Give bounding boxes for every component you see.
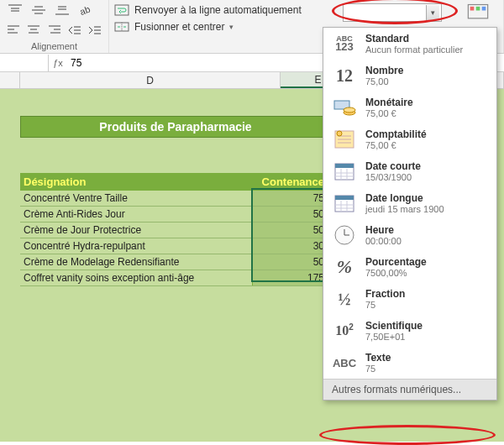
- alignment-group-label: Alignement: [5, 41, 103, 53]
- format-option-monétaire[interactable]: Monétaire75,00 €: [323, 92, 496, 123]
- decrease-indent-icon[interactable]: [66, 22, 83, 39]
- format-icon: [330, 127, 359, 152]
- format-icon: ABC123: [330, 31, 359, 56]
- svg-rect-47: [335, 196, 354, 200]
- align-left-icon[interactable]: [5, 22, 22, 39]
- cell-contenance[interactable]: 175: [252, 270, 331, 285]
- name-box[interactable]: [0, 55, 49, 71]
- format-title: Standard: [365, 33, 463, 44]
- svg-rect-29: [470, 7, 475, 11]
- cell-contenance[interactable]: 30: [252, 238, 331, 254]
- format-icon: %: [330, 254, 359, 280]
- conditional-format-icon[interactable]: [466, 3, 490, 24]
- format-icon: [330, 159, 359, 184]
- svg-rect-41: [335, 164, 354, 168]
- format-option-pourcentage[interactable]: %Pourcentage7500,00%: [323, 251, 496, 283]
- cell-designation[interactable]: Concentré Hydra-repulpant: [20, 238, 252, 254]
- table-header-row: Désignation Contenance: [20, 173, 331, 191]
- format-option-scientifique[interactable]: 102Scientifique7,50E+01: [323, 315, 496, 347]
- table-row[interactable]: Crème de Modelage Redensifiante50: [20, 254, 331, 270]
- format-icon: 12: [330, 63, 359, 88]
- table-row[interactable]: Concentré Ventre Taille75: [20, 191, 331, 207]
- format-sample: 75,00: [365, 76, 403, 86]
- product-table: Désignation Contenance Concentré Ventre …: [20, 173, 331, 286]
- format-sample: 75: [365, 300, 405, 310]
- svg-rect-31: [482, 7, 486, 11]
- cell-designation[interactable]: Crème Anti-Rides Jour: [20, 207, 252, 222]
- number-format-dropdown: ABC123StandardAucun format particulier12…: [323, 27, 497, 400]
- table-row[interactable]: Crème Anti-Rides Jour50: [20, 207, 331, 222]
- format-icon: [330, 222, 359, 248]
- formula-value[interactable]: 75: [67, 57, 81, 69]
- format-icon: [330, 95, 359, 120]
- format-option-date-courte[interactable]: Date courte15/03/1900: [323, 155, 496, 187]
- format-sample: 75,00 €: [365, 140, 427, 150]
- align-right-icon[interactable]: [45, 22, 62, 39]
- more-number-formats[interactable]: Autres formats numériques...: [323, 379, 496, 400]
- svg-rect-30: [476, 7, 480, 11]
- svg-point-39: [337, 131, 342, 136]
- table-row[interactable]: Crème de Jour Protectrice50: [20, 222, 331, 238]
- format-icon: [330, 191, 359, 216]
- format-option-texte[interactable]: ABCTexte75: [323, 347, 496, 379]
- format-sample: 15/03/1900: [365, 172, 421, 182]
- cell-designation[interactable]: Crème de Jour Protectrice: [20, 222, 252, 238]
- wrap-text-label: Renvoyer à la ligne automatiquement: [134, 4, 302, 16]
- align-center-icon[interactable]: [25, 22, 42, 39]
- format-icon: ABC: [330, 350, 359, 375]
- format-option-nombre[interactable]: 12Nombre75,00: [323, 60, 496, 92]
- format-option-standard[interactable]: ABC123StandardAucun format particulier: [323, 28, 496, 60]
- format-option-fraction[interactable]: ½Fraction75: [323, 283, 496, 315]
- format-title: Fraction: [365, 288, 405, 300]
- svg-rect-25: [115, 5, 129, 15]
- cell-contenance[interactable]: 50: [252, 254, 331, 270]
- format-sample: 75,00 €: [365, 108, 413, 118]
- fx-icon[interactable]: ƒx: [49, 58, 67, 68]
- increase-indent-icon[interactable]: [87, 22, 103, 39]
- number-format-selector[interactable]: ▾: [343, 3, 442, 22]
- cell-designation[interactable]: Concentré Ventre Taille: [20, 191, 252, 206]
- merge-center-label: Fusionner et centrer: [134, 21, 224, 33]
- svg-text:ab: ab: [78, 4, 92, 17]
- column-header-d[interactable]: D: [20, 72, 281, 88]
- align-middle-icon[interactable]: [29, 2, 49, 18]
- format-title: Comptabilité: [365, 128, 427, 140]
- header-designation: Désignation: [20, 173, 252, 191]
- format-title: Scientifique: [365, 320, 423, 332]
- format-sample: 00:00:00: [365, 236, 402, 246]
- cell-designation[interactable]: Crème de Modelage Redensifiante: [20, 254, 252, 270]
- format-title: Nombre: [365, 65, 403, 76]
- header-contenance: Contenance: [252, 173, 331, 191]
- format-title: Date longue: [365, 192, 444, 204]
- align-bottom-icon[interactable]: [52, 2, 72, 18]
- format-title: Monétaire: [365, 97, 413, 108]
- format-title: Date courte: [365, 160, 421, 172]
- format-icon: 102: [330, 318, 359, 343]
- format-option-date-longue[interactable]: Date longuejeudi 15 mars 1900: [323, 187, 496, 219]
- orientation-icon[interactable]: ab: [76, 2, 96, 18]
- chevron-down-icon: ▾: [229, 23, 234, 31]
- title-banner: Produits de Parapharmacie: [20, 116, 331, 138]
- format-option-comptabilité[interactable]: Comptabilité75,00 €: [323, 123, 496, 155]
- format-title: Texte: [365, 352, 391, 364]
- format-sample: 7,50E+01: [365, 332, 423, 342]
- format-title: Pourcentage: [365, 256, 427, 268]
- cell-contenance[interactable]: 50: [252, 222, 331, 238]
- svg-point-34: [344, 107, 355, 113]
- align-top-icon[interactable]: [5, 2, 25, 18]
- table-row[interactable]: Concentré Hydra-repulpant30: [20, 238, 331, 254]
- format-title: Heure: [365, 224, 402, 236]
- table-row[interactable]: Coffret vanity soins exception anti-âge1…: [20, 270, 331, 286]
- format-option-heure[interactable]: Heure00:00:00: [323, 219, 496, 251]
- cell-designation[interactable]: Coffret vanity soins exception anti-âge: [20, 270, 252, 285]
- format-sample: jeudi 15 mars 1900: [365, 204, 444, 214]
- format-sample: 7500,00%: [365, 268, 427, 278]
- format-icon: ½: [330, 286, 359, 312]
- cell-contenance[interactable]: 75: [252, 191, 331, 206]
- cell-contenance[interactable]: 50: [252, 207, 331, 222]
- format-sample: 75: [365, 364, 391, 374]
- format-sample: Aucun format particulier: [365, 44, 463, 55]
- chevron-down-icon[interactable]: ▾: [426, 5, 439, 20]
- alignment-group: ab Alignement: [0, 0, 109, 53]
